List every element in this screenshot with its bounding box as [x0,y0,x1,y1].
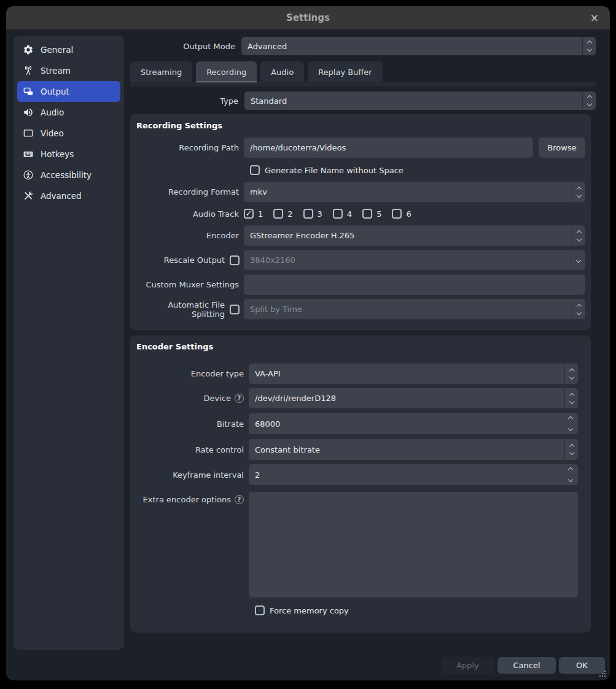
sidebar-item-advanced[interactable]: Advanced [17,185,120,206]
device-row: Device? /dev/dri/renderD128 [136,388,578,408]
browse-button[interactable]: Browse [539,138,585,158]
audio-track-row: Audio Track ✓1 ✓2 ✓3 ✓4 ✓5 ✓6 [136,208,585,219]
spin-up-icon[interactable] [568,467,573,472]
force-memory-copy-label: Force memory copy [270,606,349,615]
encoder-type-dropdown[interactable]: VA-API [249,364,578,384]
audio-track-3-checkbox[interactable]: ✓ [303,209,313,219]
generate-no-space-checkbox[interactable]: ✓ [250,165,260,175]
output-mode-dropdown[interactable]: Advanced [241,37,596,55]
sidebar-item-label: Output [41,87,69,96]
resize-grip[interactable] [598,670,606,678]
cancel-button[interactable]: Cancel [497,657,556,674]
sidebar-item-label: Video [41,128,64,138]
keyboard-icon [23,149,34,160]
custom-muxer-label: Custom Muxer Settings [136,280,239,289]
auto-split-checkbox[interactable]: ✓ [230,305,240,314]
extra-options-textarea[interactable] [249,492,578,598]
tab-recording[interactable]: Recording [196,61,257,83]
sidebar-item-label: General [41,45,73,55]
device-label: Device [204,394,231,403]
rescale-resolution-dropdown[interactable]: 3840x2160 [244,250,585,270]
device-dropdown[interactable]: /dev/dri/renderD128 [249,388,578,408]
recording-format-dropdown[interactable]: mkv [244,182,585,202]
recording-path-row: Recording Path Browse [136,138,585,158]
tab-audio[interactable]: Audio [260,61,304,83]
close-icon[interactable]: × [590,13,599,23]
accessibility-person-icon [23,169,34,181]
tab-replay-buffer[interactable]: Replay Buffer [308,61,383,83]
sidebar-item-label: Accessibility [41,170,92,180]
rescale-output-row: Rescale Output ✓ 3840x2160 [136,250,585,270]
extra-options-label: Extra encoder options [143,495,231,504]
encoder-dropdown[interactable]: GStreamer Encoder H.265 [244,225,585,246]
recording-path-input-wrap [244,138,533,158]
recording-format-row: Recording Format mkv [136,182,585,202]
sidebar-item-label: Audio [41,107,64,117]
recording-path-input[interactable] [244,138,533,158]
sidebar: General Stream Output Audio Video Hotkey… [14,36,124,650]
sidebar-item-general[interactable]: General [17,39,120,60]
encoder-row: Encoder GStreamer Encoder H.265 [136,225,585,246]
crossed-tools-icon [23,190,34,201]
tab-pane-edge [130,82,596,87]
chevron-updown-icon [572,182,585,202]
sidebar-item-output[interactable]: Output [17,81,120,102]
custom-muxer-row: Custom Muxer Settings [136,274,585,295]
spin-down-icon[interactable] [568,426,573,431]
encoder-type-label: Encoder type [136,369,244,378]
sidebar-item-label: Stream [41,66,71,76]
sidebar-item-label: Advanced [41,191,82,201]
help-icon[interactable]: ? [235,495,244,504]
rate-control-dropdown[interactable]: Constant bitrate [249,439,578,460]
settings-window: Settings × General Stream Output Audio V… [6,6,610,680]
type-label: Type [130,96,238,106]
auto-split-row: Automatic File Splitting ✓ Split by Time [136,299,585,319]
bitrate-row: Bitrate 68000 [136,413,578,434]
sidebar-item-accessibility[interactable]: Accessibility [17,165,120,185]
audio-track-4-checkbox[interactable]: ✓ [333,209,343,219]
chevron-down-icon [571,250,585,270]
encoder-settings-title: Encoder Settings [136,335,578,351]
force-memory-copy-checkbox[interactable]: ✓ [255,605,265,615]
chevron-updown-icon [564,439,578,460]
audio-track-2-checkbox[interactable]: ✓ [273,209,283,219]
bitrate-spinbox[interactable]: 68000 [249,413,578,434]
auto-split-label: Automatic File Splitting [136,300,225,319]
rate-control-label: Rate control [136,445,244,454]
tab-bar: Streaming Recording Audio Replay Buffer [130,61,383,83]
recording-settings-group: Recording Settings Recording Path Browse… [130,114,591,330]
sidebar-item-hotkeys[interactable]: Hotkeys [17,144,120,165]
rescale-output-checkbox[interactable]: ✓ [230,255,240,265]
type-dropdown[interactable]: Standard [244,91,596,110]
sidebar-item-stream[interactable]: Stream [17,60,120,81]
chevron-updown-icon [572,225,585,246]
keyframe-interval-spinbox[interactable]: 2 [249,464,578,485]
speaker-icon [23,107,34,118]
apply-button[interactable]: Apply [441,657,494,674]
audio-track-5-checkbox[interactable]: ✓ [362,209,372,219]
sidebar-item-label: Hotkeys [41,149,74,159]
auto-split-dropdown[interactable]: Split by Time [244,299,585,319]
output-mode-row: Output Mode Advanced [130,37,596,55]
recording-path-label: Recording Path [136,143,239,152]
audio-track-label: Audio Track [136,209,239,219]
audio-track-6-checkbox[interactable]: ✓ [392,209,402,219]
bitrate-label: Bitrate [136,419,244,429]
audio-track-1-checkbox[interactable]: ✓ [244,209,254,219]
spin-up-icon[interactable] [568,416,573,421]
spin-down-icon[interactable] [568,477,573,482]
help-icon[interactable]: ? [235,394,244,403]
audio-track-checkboxes: ✓1 ✓2 ✓3 ✓4 ✓5 ✓6 [244,209,411,219]
custom-muxer-input-wrap [244,274,585,295]
rescale-output-label: Rescale Output [136,255,225,265]
custom-muxer-input[interactable] [244,274,585,295]
titlebar[interactable]: Settings × [6,6,610,29]
tab-streaming[interactable]: Streaming [130,61,192,83]
broadcast-antenna-icon [23,65,34,76]
chevron-updown-icon [582,37,596,55]
sidebar-item-audio[interactable]: Audio [17,102,120,123]
chevron-updown-icon [572,299,585,319]
encoder-label: Encoder [136,231,239,240]
sidebar-item-video[interactable]: Video [17,123,120,144]
keyframe-interval-label: Keyframe interval [136,470,244,480]
